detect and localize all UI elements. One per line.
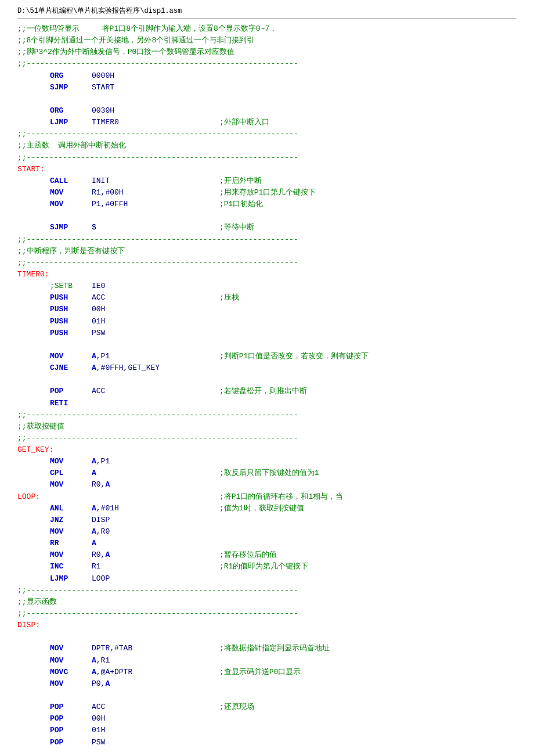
code-label: DISP: bbox=[17, 620, 40, 631]
code-line: POP01H bbox=[17, 725, 517, 736]
code-line: MOVP1,#0FFH;P1口初始化 bbox=[17, 199, 517, 210]
code-line: ;;--------------------------------------… bbox=[17, 585, 517, 596]
code-line: RETI bbox=[17, 398, 517, 409]
code-line: TIMER0: bbox=[17, 269, 517, 280]
code-line: ;;--------------------------------------… bbox=[17, 608, 517, 620]
code-line: ;;获取按键值 bbox=[17, 421, 517, 433]
code-line: LOOP:;将P1口的值循环右移，和1相与，当 bbox=[17, 491, 517, 503]
code-line: ;;8个引脚分别通过一个开关接地，另外8个引脚通过一个与非门接到引 bbox=[17, 35, 517, 46]
code-line bbox=[17, 748, 517, 756]
code-line: ;;显示函数 bbox=[17, 596, 517, 608]
code-line: ANLA,#01H;值为1时，获取到按键值 bbox=[17, 503, 517, 514]
code-line: CALLINIT;开启外中断 bbox=[17, 175, 517, 187]
code-line: MOVCA,@A+DPTR;查显示码并送P0口显示 bbox=[17, 667, 517, 678]
code-label: START: bbox=[17, 164, 45, 175]
code-line: PUSHPSW bbox=[17, 327, 517, 339]
code-line: START: bbox=[17, 164, 517, 175]
code-line: MOVR0,A bbox=[17, 479, 517, 491]
code-line: ;;--------------------------------------… bbox=[17, 234, 517, 246]
code-line: INCR1;R1的值即为第几个键按下 bbox=[17, 561, 517, 573]
code-line: ;;--------------------------------------… bbox=[17, 433, 517, 444]
code-line: MOVR0,A;暂存移位后的值 bbox=[17, 549, 517, 561]
code-line: ;;--------------------------------------… bbox=[17, 128, 517, 140]
code-line: MOVA,P1;判断P1口值是否改变，若改变，则有键按下 bbox=[17, 351, 517, 362]
code-line: ;;主函数 调用外部中断初始化 bbox=[17, 140, 517, 152]
code-line: ;;一位数码管显示 将P1口8个引脚作为输入端，设置8个显示数字0~7， bbox=[17, 23, 517, 35]
code-line: LJMPLOOP bbox=[17, 573, 517, 585]
code-line: POP00H bbox=[17, 713, 517, 725]
code-line bbox=[17, 374, 517, 386]
code-line: RRA bbox=[17, 538, 517, 549]
code-line: ;;中断程序，判断是否有键按下 bbox=[17, 246, 517, 257]
file-path: D:\51单片机编程\单片机实验报告程序\disp1.asm bbox=[17, 6, 517, 19]
code-line: ;;脚P3^2作为外中断触发信号，P0口接一个数码管显示对应数值 bbox=[17, 46, 517, 58]
code-line: DISP: bbox=[17, 620, 517, 631]
code-line: CJNEA,#0FFH,GET_KEY bbox=[17, 362, 517, 374]
code-label: TIMER0: bbox=[17, 269, 49, 280]
code-line: ;;--------------------------------------… bbox=[17, 152, 517, 164]
code-line: SJMPSTART bbox=[17, 82, 517, 93]
code-line: MOVA,R0 bbox=[17, 526, 517, 538]
code-line: PUSHACC;压栈 bbox=[17, 292, 517, 304]
code-line: MOVA,R1 bbox=[17, 655, 517, 667]
code-line: ORG0000H bbox=[17, 70, 517, 82]
code-line: PUSH00H bbox=[17, 304, 517, 315]
code-line: MOVP0,A bbox=[17, 678, 517, 690]
page-container: D:\51单片机编程\单片机实验报告程序\disp1.asm ;;一位数码管显示… bbox=[0, 0, 534, 756]
code-line: PUSH01H bbox=[17, 316, 517, 327]
code-line: SJMP$;等待中断 bbox=[17, 222, 517, 233]
code-line: ;;--------------------------------------… bbox=[17, 58, 517, 70]
code-label: GET_KEY: bbox=[17, 444, 53, 456]
code-line: ORG0030H bbox=[17, 105, 517, 117]
code-area: ;;一位数码管显示 将P1口8个引脚作为输入端，设置8个显示数字0~7，;;8个… bbox=[17, 23, 517, 756]
code-line: LJMPTIMER0;外部中断入口 bbox=[17, 117, 517, 128]
code-line: POPACC;若键盘松开，则推出中断 bbox=[17, 386, 517, 397]
code-line: GET_KEY: bbox=[17, 444, 517, 456]
code-line: MOVR1,#00H;用来存放P1口第几个键按下 bbox=[17, 187, 517, 199]
code-line: JNZDISP bbox=[17, 514, 517, 526]
code-line: MOVA,P1 bbox=[17, 456, 517, 467]
code-line bbox=[17, 93, 517, 105]
code-line bbox=[17, 631, 517, 643]
code-line: CPLA;取反后只留下按键处的值为1 bbox=[17, 467, 517, 479]
code-line: POPPSW bbox=[17, 737, 517, 748]
code-line bbox=[17, 210, 517, 222]
code-line: ;;--------------------------------------… bbox=[17, 257, 517, 269]
code-line: ;SETBIE0 bbox=[17, 280, 517, 292]
code-line: ;;--------------------------------------… bbox=[17, 409, 517, 421]
code-line bbox=[17, 690, 517, 701]
code-line bbox=[17, 339, 517, 351]
code-line: POPACC;还原现场 bbox=[17, 701, 517, 713]
code-line: MOVDPTR,#TAB;将数据指针指定到显示码首地址 bbox=[17, 643, 517, 654]
